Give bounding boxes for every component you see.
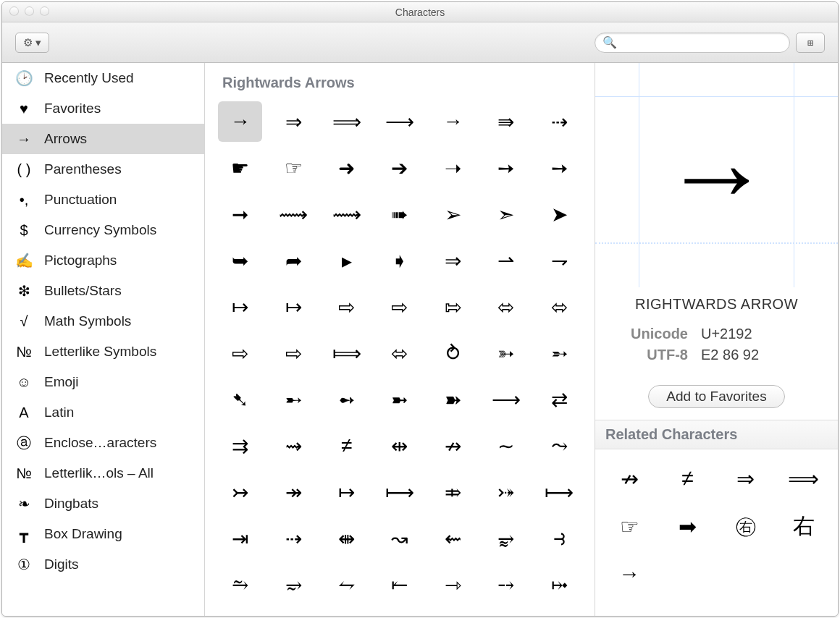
glyph-cell[interactable]: ⥴ bbox=[271, 564, 315, 605]
collapse-button[interactable]: ⊞ bbox=[796, 33, 825, 53]
glyph-cell[interactable]: ⇢ bbox=[537, 101, 581, 142]
search-field[interactable]: 🔍 bbox=[595, 33, 790, 53]
sidebar-item[interactable]: √Math Symbols bbox=[2, 306, 204, 336]
glyph-cell[interactable]: ↦ bbox=[218, 287, 262, 327]
sidebar-item[interactable]: ❧Dingbats bbox=[2, 488, 204, 519]
glyph-cell[interactable]: ⇨ bbox=[218, 333, 262, 373]
glyph-cell[interactable]: ⇒ bbox=[271, 101, 315, 142]
glyph-cell[interactable]: ➸ bbox=[271, 379, 315, 420]
glyph-cell[interactable]: ↦ bbox=[271, 287, 315, 327]
glyph-cell[interactable]: ➣ bbox=[484, 194, 528, 234]
glyph-cell[interactable]: ➵ bbox=[537, 333, 581, 373]
glyph-cell[interactable]: ⥲ bbox=[218, 564, 262, 605]
glyph-cell[interactable]: ➦ bbox=[271, 240, 315, 281]
glyph-cell[interactable]: ⇀ bbox=[484, 240, 528, 281]
glyph-cell[interactable]: ⟾ bbox=[324, 333, 369, 373]
sidebar-item[interactable]: ❇Bullets/Stars bbox=[2, 276, 204, 306]
glyph-cell[interactable]: ⬄ bbox=[537, 287, 581, 327]
sidebar-item[interactable]: →Arrows bbox=[2, 124, 204, 154]
glyph-cell[interactable]: ⬄ bbox=[377, 333, 421, 373]
glyph-cell[interactable]: ⇝ bbox=[271, 426, 315, 466]
glyph-cell[interactable]: ➜ bbox=[324, 148, 369, 188]
glyph-cell[interactable]: ⇹ bbox=[377, 426, 421, 466]
glyph-cell[interactable]: ↦ bbox=[324, 472, 369, 512]
category-sidebar[interactable]: 🕑Recently Used♥Favorites→Arrows( )Parent… bbox=[2, 63, 205, 616]
glyph-cell[interactable]: → bbox=[218, 101, 262, 142]
glyph-cell[interactable]: ⇁ bbox=[537, 240, 581, 281]
glyph-cell[interactable]: ➽ bbox=[431, 379, 475, 420]
related-glyph-cell[interactable]: → bbox=[607, 555, 652, 593]
glyph-cell[interactable]: ⇄ bbox=[537, 379, 581, 420]
glyph-cell[interactable]: ⥵ bbox=[484, 518, 528, 559]
related-glyph-cell[interactable]: ㊨ bbox=[723, 507, 768, 545]
glyph-cell[interactable]: ⇾ bbox=[431, 564, 475, 605]
glyph-cell[interactable]: ⟿ bbox=[271, 194, 315, 234]
zoom-icon[interactable] bbox=[40, 7, 49, 16]
sidebar-item[interactable]: ┳Box Drawing bbox=[2, 519, 204, 549]
sidebar-item[interactable]: №Letterlike Symbols bbox=[2, 336, 204, 367]
glyph-cell[interactable]: ➷ bbox=[218, 379, 262, 420]
glyph-cell[interactable]: ⥽ bbox=[537, 518, 581, 559]
glyph-cell[interactable]: ➔ bbox=[377, 148, 421, 188]
glyph-cell[interactable]: ⥊ bbox=[324, 564, 369, 605]
glyph-cell[interactable]: ↝ bbox=[377, 518, 421, 559]
glyph-cell[interactable]: ☞ bbox=[271, 148, 315, 188]
sidebar-item[interactable]: ✍Pictographs bbox=[2, 245, 204, 276]
glyph-cell[interactable]: ≠ bbox=[324, 426, 369, 466]
glyph-cell[interactable]: ➢ bbox=[431, 194, 475, 234]
glyph-cell[interactable]: ➙ bbox=[484, 148, 528, 188]
sidebar-item[interactable]: $Currency Symbols bbox=[2, 215, 204, 245]
glyph-cell[interactable]: ▸ bbox=[324, 240, 369, 281]
sidebar-item[interactable]: ☺Emoji bbox=[2, 367, 204, 397]
glyph-cell[interactable]: ⤠ bbox=[537, 564, 581, 605]
glyph-cell[interactable]: ➞ bbox=[218, 194, 262, 234]
glyph-cell[interactable]: ⟹ bbox=[324, 101, 369, 142]
glyph-cell[interactable]: ⟶ bbox=[484, 379, 528, 420]
close-icon[interactable] bbox=[9, 7, 19, 16]
add-favorites-button[interactable]: Add to Favorites bbox=[648, 385, 784, 408]
related-glyph-cell[interactable]: ≠ bbox=[665, 460, 710, 497]
sidebar-item[interactable]: 🕑Recently Used bbox=[2, 63, 204, 93]
glyph-cell[interactable]: ➻ bbox=[324, 379, 369, 420]
glyph-cell[interactable]: ↠ bbox=[271, 472, 315, 512]
glyph-cell[interactable]: ⥒ bbox=[377, 564, 421, 605]
related-glyph-cell[interactable]: ☞ bbox=[607, 507, 652, 545]
glyph-cell[interactable]: ⇨ bbox=[377, 287, 421, 327]
glyph-cell[interactable]: ∼ bbox=[484, 426, 528, 466]
glyph-cell[interactable]: ⤍ bbox=[484, 564, 528, 605]
glyph-cell[interactable]: ➼ bbox=[377, 379, 421, 420]
glyph-cell[interactable]: ⇼ bbox=[324, 518, 369, 559]
glyph-cell[interactable]: ⤃ bbox=[431, 472, 475, 512]
glyph-cell[interactable]: ⟶ bbox=[377, 101, 421, 142]
glyph-cell[interactable]: ⇒ bbox=[431, 240, 475, 281]
search-input[interactable] bbox=[617, 37, 782, 48]
glyph-cell[interactable]: ➤ bbox=[537, 194, 581, 234]
glyph-cell[interactable]: → bbox=[431, 101, 475, 142]
glyph-cell[interactable]: ⇜ bbox=[431, 518, 475, 559]
glyph-cell[interactable]: ⟼ bbox=[377, 472, 421, 512]
sidebar-item[interactable]: •,Punctuation bbox=[2, 185, 204, 215]
glyph-cell[interactable]: ➥ bbox=[218, 240, 262, 281]
glyph-cell[interactable]: ↛ bbox=[431, 426, 475, 466]
sidebar-item[interactable]: ⓐEnclose…aracters bbox=[2, 428, 204, 458]
glyph-cell[interactable]: ⥁ bbox=[431, 333, 475, 373]
sidebar-item[interactable]: ( )Parentheses bbox=[2, 154, 204, 185]
glyph-cell[interactable]: ⟿ bbox=[324, 194, 369, 234]
glyph-cell[interactable]: ↣ bbox=[218, 472, 262, 512]
sidebar-item[interactable]: ♥Favorites bbox=[2, 93, 204, 124]
glyph-cell[interactable]: ⇥ bbox=[218, 518, 262, 559]
glyph-cell[interactable]: ➙ bbox=[537, 148, 581, 188]
glyph-cell[interactable]: ⇢ bbox=[271, 518, 315, 559]
related-glyph-cell[interactable]: 右 bbox=[781, 507, 826, 545]
glyph-cell[interactable]: ⟼ bbox=[537, 472, 581, 512]
glyph-cell[interactable]: ☛ bbox=[218, 148, 262, 188]
glyph-cell[interactable]: ⤳ bbox=[537, 426, 581, 466]
glyph-cell[interactable]: ➳ bbox=[484, 333, 528, 373]
related-glyph-cell[interactable]: ⇒ bbox=[723, 460, 768, 497]
glyph-cell[interactable]: ➝ bbox=[431, 148, 475, 188]
glyph-cell[interactable]: ➧ bbox=[377, 240, 421, 281]
related-glyph-cell[interactable]: ➡ bbox=[665, 507, 710, 545]
minimize-icon[interactable] bbox=[25, 7, 34, 16]
glyph-cell[interactable]: ⇛ bbox=[484, 101, 528, 142]
glyph-cell[interactable]: ⇰ bbox=[431, 287, 475, 327]
